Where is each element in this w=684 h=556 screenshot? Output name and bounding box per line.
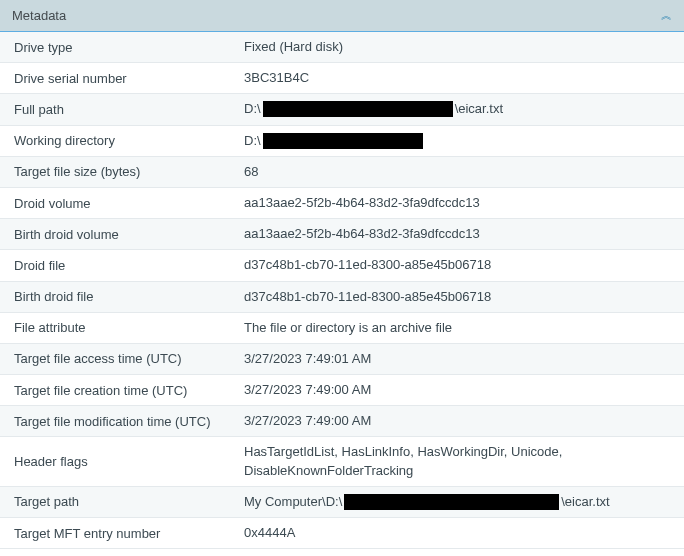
row-file-attribute: File attribute The file or directory is … bbox=[0, 313, 684, 344]
redaction-block bbox=[263, 133, 423, 149]
working-dir-prefix: D:\ bbox=[244, 132, 261, 150]
row-drive-serial: Drive serial number 3BC31B4C bbox=[0, 63, 684, 94]
label-working-dir: Working directory bbox=[0, 133, 232, 148]
value-drive-type: Fixed (Hard disk) bbox=[232, 38, 684, 56]
row-target-mft: Target MFT entry number 0x4444A bbox=[0, 518, 684, 549]
target-path-prefix: My Computer\D:\ bbox=[244, 493, 342, 511]
row-full-path: Full path D:\ \eicar.txt bbox=[0, 94, 684, 125]
row-birth-droid-volume: Birth droid volume aa13aae2-5f2b-4b64-83… bbox=[0, 219, 684, 250]
value-target-mft: 0x4444A bbox=[232, 524, 684, 542]
value-access-time: 3/27/2023 7:49:01 AM bbox=[232, 350, 684, 368]
redaction-block bbox=[344, 494, 559, 510]
row-header-flags: Header flags HasTargetIdList, HasLinkInf… bbox=[0, 437, 684, 486]
label-modification-time: Target file modification time (UTC) bbox=[0, 414, 232, 429]
metadata-panel: Metadata ︽ Drive type Fixed (Hard disk) … bbox=[0, 0, 684, 549]
value-creation-time: 3/27/2023 7:49:00 AM bbox=[232, 381, 684, 399]
label-birth-droid-volume: Birth droid volume bbox=[0, 227, 232, 242]
value-target-size: 68 bbox=[232, 163, 684, 181]
value-drive-serial: 3BC31B4C bbox=[232, 69, 684, 87]
row-creation-time: Target file creation time (UTC) 3/27/202… bbox=[0, 375, 684, 406]
value-droid-file: d37c48b1-cb70-11ed-8300-a85e45b06718 bbox=[232, 256, 684, 274]
label-droid-file: Droid file bbox=[0, 258, 232, 273]
full-path-prefix: D:\ bbox=[244, 100, 261, 118]
label-target-path: Target path bbox=[0, 494, 232, 509]
value-working-dir: D:\ bbox=[232, 132, 684, 150]
label-target-mft: Target MFT entry number bbox=[0, 526, 232, 541]
value-birth-droid-file: d37c48b1-cb70-11ed-8300-a85e45b06718 bbox=[232, 288, 684, 306]
target-path-suffix: \eicar.txt bbox=[561, 493, 609, 511]
panel-header[interactable]: Metadata ︽ bbox=[0, 0, 684, 32]
row-droid-volume: Droid volume aa13aae2-5f2b-4b64-83d2-3fa… bbox=[0, 188, 684, 219]
row-target-size: Target file size (bytes) 68 bbox=[0, 157, 684, 188]
value-file-attribute: The file or directory is an archive file bbox=[232, 319, 684, 337]
value-header-flags: HasTargetIdList, HasLinkInfo, HasWorking… bbox=[232, 443, 684, 479]
value-full-path: D:\ \eicar.txt bbox=[232, 100, 684, 118]
collapse-icon[interactable]: ︽ bbox=[661, 10, 672, 21]
label-birth-droid-file: Birth droid file bbox=[0, 289, 232, 304]
redaction-block bbox=[263, 101, 453, 117]
value-birth-droid-volume: aa13aae2-5f2b-4b64-83d2-3fa9dfccdc13 bbox=[232, 225, 684, 243]
label-header-flags: Header flags bbox=[0, 454, 232, 469]
label-target-size: Target file size (bytes) bbox=[0, 164, 232, 179]
row-birth-droid-file: Birth droid file d37c48b1-cb70-11ed-8300… bbox=[0, 282, 684, 313]
row-access-time: Target file access time (UTC) 3/27/2023 … bbox=[0, 344, 684, 375]
row-working-dir: Working directory D:\ bbox=[0, 126, 684, 157]
label-drive-type: Drive type bbox=[0, 40, 232, 55]
label-drive-serial: Drive serial number bbox=[0, 71, 232, 86]
panel-title: Metadata bbox=[12, 8, 66, 23]
row-drive-type: Drive type Fixed (Hard disk) bbox=[0, 32, 684, 63]
row-droid-file: Droid file d37c48b1-cb70-11ed-8300-a85e4… bbox=[0, 250, 684, 281]
full-path-suffix: \eicar.txt bbox=[455, 100, 503, 118]
label-file-attribute: File attribute bbox=[0, 320, 232, 335]
metadata-rows: Drive type Fixed (Hard disk) Drive seria… bbox=[0, 32, 684, 549]
value-droid-volume: aa13aae2-5f2b-4b64-83d2-3fa9dfccdc13 bbox=[232, 194, 684, 212]
label-droid-volume: Droid volume bbox=[0, 196, 232, 211]
row-modification-time: Target file modification time (UTC) 3/27… bbox=[0, 406, 684, 437]
value-modification-time: 3/27/2023 7:49:00 AM bbox=[232, 412, 684, 430]
label-full-path: Full path bbox=[0, 102, 232, 117]
row-target-path: Target path My Computer\D:\ \eicar.txt bbox=[0, 487, 684, 518]
label-creation-time: Target file creation time (UTC) bbox=[0, 383, 232, 398]
label-access-time: Target file access time (UTC) bbox=[0, 351, 232, 366]
value-target-path: My Computer\D:\ \eicar.txt bbox=[232, 493, 684, 511]
